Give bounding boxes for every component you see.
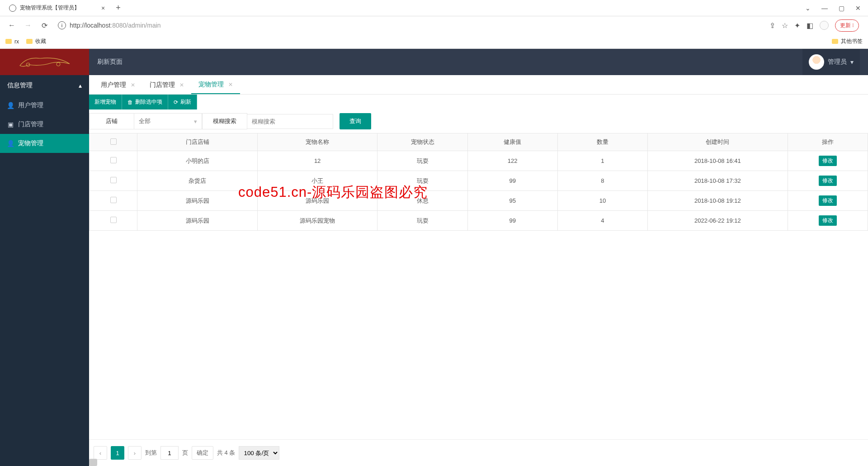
refresh-button[interactable]: ⟳刷新 (168, 95, 197, 109)
cell-health: 99 (467, 171, 557, 191)
cell-time: 2018-10-08 19:12 (647, 191, 788, 211)
star-icon[interactable]: ☆ (782, 21, 788, 30)
browser-tab-title: 宠物管理系统【管理员】 (20, 4, 80, 12)
tab-pet[interactable]: 宠物管理✕ (191, 75, 240, 94)
user-label: 管理员 (828, 58, 847, 66)
query-button[interactable]: 查询 (340, 113, 371, 129)
cell-status: 玩耍 (377, 211, 467, 231)
cell-status: 玩耍 (377, 171, 467, 191)
user-menu[interactable]: 管理员▾ (802, 49, 860, 75)
tab-close-icon[interactable]: × (101, 5, 105, 12)
panel-icon[interactable]: ◧ (807, 21, 813, 30)
close-icon[interactable]: ✕ (179, 82, 184, 88)
tab-store[interactable]: 门店管理✕ (142, 75, 191, 94)
user-icon: 👤 (7, 102, 14, 109)
trash-icon: 🗑 (127, 99, 133, 105)
pager-goto-input[interactable] (160, 446, 179, 460)
pager-per-page-select[interactable]: 100 条/页 (239, 446, 279, 460)
browser-chrome: 宠物管理系统【管理员】 × + ⌄ — ▢ ✕ ← → ⟳ i http://l… (0, 0, 868, 49)
table-row: 小明的店12玩耍12212018-10-08 16:41修改 (90, 151, 868, 171)
bookmark-other[interactable]: 其他书签 (832, 38, 863, 45)
extensions-icon[interactable]: ✦ (794, 21, 800, 30)
globe-icon (9, 5, 16, 12)
table-header-row: 门店店铺 宠物名称 宠物状态 健康值 数量 创建时间 操作 (90, 133, 868, 151)
row-checkbox[interactable] (110, 157, 117, 163)
maximize-icon[interactable]: ▢ (839, 5, 844, 12)
app: 信息管理 ▴ 👤 用户管理 ▣ 门店管理 👤 宠物管理 刷新页面 管理员▾ 用户… (0, 49, 868, 466)
cell-store: 源码乐园 (137, 191, 258, 211)
cell-qty: 4 (557, 211, 647, 231)
browser-tab-bar: 宠物管理系统【管理员】 × + ⌄ — ▢ ✕ (0, 0, 868, 16)
caret-down-icon: ▾ (850, 58, 854, 66)
close-icon[interactable]: ✕ (131, 82, 135, 88)
topbar: 刷新页面 管理员▾ (89, 49, 868, 75)
filter-row: 店铺 全部▾ 模糊搜索 查询 (89, 109, 868, 133)
user-icon: 👤 (7, 140, 14, 147)
cell-time: 2018-10-08 16:41 (647, 151, 788, 171)
add-button[interactable]: 新增宠物 (89, 95, 122, 109)
browser-tab[interactable]: 宠物管理系统【管理员】 × (4, 0, 110, 15)
sidebar-header[interactable]: 信息管理 ▴ (0, 75, 89, 96)
edit-button[interactable]: 修改 (819, 156, 837, 166)
sidebar-item-pet[interactable]: 👤 宠物管理 (0, 134, 89, 153)
sidebar-item-store[interactable]: ▣ 门店管理 (0, 115, 89, 134)
pager-page-1[interactable]: 1 (111, 446, 124, 460)
edit-button[interactable]: 修改 (819, 195, 837, 206)
delete-button[interactable]: 🗑删除选中项 (122, 95, 168, 109)
new-tab-button[interactable]: + (110, 3, 126, 13)
cell-name: 源码乐园 (257, 191, 377, 211)
chevron-down-icon[interactable]: ⌄ (805, 5, 811, 12)
close-icon[interactable]: ✕ (228, 81, 233, 88)
refresh-page-button[interactable]: 刷新页面 (97, 58, 123, 66)
scrollbar-thumb[interactable] (89, 459, 97, 466)
site-info-icon[interactable]: i (58, 21, 66, 29)
bookmark-rx[interactable]: rx (5, 38, 19, 45)
sidebar-header-label: 信息管理 (7, 81, 33, 90)
filter-store-label: 店铺 (89, 113, 134, 129)
cell-time: 2022-06-22 19:12 (647, 211, 788, 231)
address-bar: ← → ⟳ i http://localhost:8080/admin/main… (0, 16, 868, 34)
svg-point-1 (57, 62, 60, 66)
checkbox-all[interactable] (110, 138, 117, 145)
folder-icon (26, 39, 33, 44)
table-row: 源码乐园源码乐园宠物玩耍9942022-06-22 19:12修改 (90, 211, 868, 231)
tab-user[interactable]: 用户管理✕ (94, 75, 142, 94)
logo (0, 49, 89, 75)
share-icon[interactable]: ⇪ (769, 21, 775, 30)
reload-button[interactable]: ⟳ (38, 19, 51, 32)
pager-page-suffix: 页 (182, 449, 188, 457)
pager-prev[interactable]: ‹ (94, 446, 107, 460)
toolbar: 新增宠物 🗑删除选中项 ⟳刷新 (89, 95, 868, 109)
minimize-icon[interactable]: — (821, 5, 828, 12)
th-name: 宠物名称 (257, 133, 377, 151)
pager-goto-label: 到第 (145, 449, 157, 457)
sidebar-item-user[interactable]: 👤 用户管理 (0, 96, 89, 115)
chevron-up-icon: ▴ (79, 82, 82, 89)
cell-name: 小王 (257, 171, 377, 191)
bookmark-favorites[interactable]: 收藏 (26, 38, 46, 45)
edit-button[interactable]: 修改 (819, 176, 837, 186)
row-checkbox[interactable] (110, 177, 117, 183)
bookmark-bar: rx 收藏 其他书签 (0, 34, 868, 49)
cell-name: 12 (257, 151, 377, 171)
content: 新增宠物 🗑删除选中项 ⟳刷新 店铺 全部▾ 模糊搜索 查询 (89, 95, 868, 466)
cell-store: 源码乐园 (137, 211, 258, 231)
filter-fuzzy-input[interactable] (252, 118, 328, 125)
pager-next[interactable]: › (128, 446, 142, 460)
data-table: 门店店铺 宠物名称 宠物状态 健康值 数量 创建时间 操作 小明的店12玩耍12… (89, 133, 868, 231)
row-checkbox[interactable] (110, 197, 117, 203)
row-checkbox[interactable] (110, 217, 117, 223)
pager-confirm-button[interactable]: 确定 (192, 446, 213, 460)
back-button[interactable]: ← (5, 19, 18, 32)
profile-avatar-icon[interactable] (820, 21, 829, 30)
folder-icon (5, 39, 12, 44)
update-button[interactable]: 更新 ⁝ (835, 19, 859, 32)
close-window-icon[interactable]: ✕ (855, 5, 861, 12)
edit-button[interactable]: 修改 (819, 215, 837, 226)
sidebar-item-label: 门店管理 (18, 120, 43, 128)
forward-button[interactable]: → (22, 19, 34, 32)
filter-store-select[interactable]: 全部▾ (134, 113, 202, 129)
url-box[interactable]: i http://localhost:8080/admin/main (54, 19, 762, 31)
cell-qty: 1 (557, 151, 647, 171)
folder-icon (832, 39, 838, 44)
